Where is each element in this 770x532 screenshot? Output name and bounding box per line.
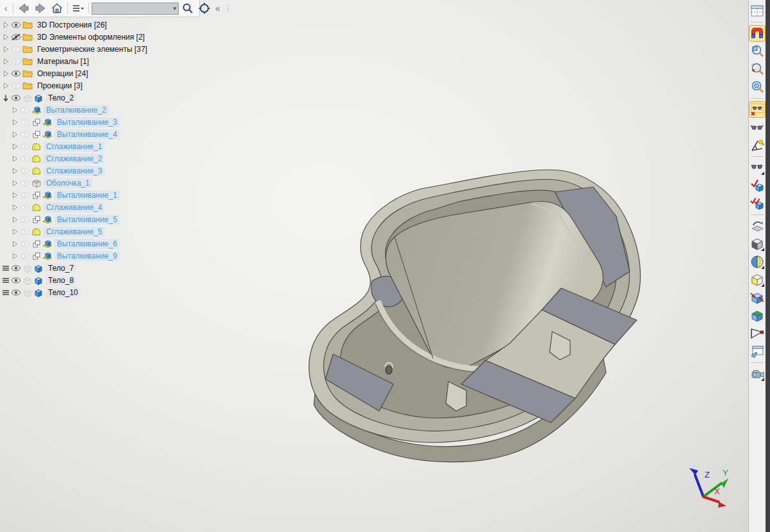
check-model-button[interactable] bbox=[749, 177, 766, 194]
visibility-options-button[interactable] bbox=[749, 159, 766, 176]
visibility-eye-icon[interactable] bbox=[19, 154, 31, 164]
camera-view-button[interactable] bbox=[749, 366, 766, 382]
expand-arrow-icon[interactable] bbox=[1, 20, 10, 30]
magnet-snap-button[interactable] bbox=[749, 25, 766, 42]
expand-arrow-icon[interactable] bbox=[10, 129, 19, 140]
glasses-view-button[interactable] bbox=[749, 119, 766, 136]
visibility-eye-icon[interactable] bbox=[19, 239, 31, 249]
3d-model-oil-pan[interactable] bbox=[309, 170, 640, 462]
tree-item-label[interactable]: 3D Построения [26] bbox=[35, 20, 110, 30]
tree-row-операции-24-[interactable]: Операции [24] bbox=[1, 67, 150, 79]
tree-row-тело_2[interactable]: Тело_2 bbox=[1, 92, 150, 104]
visibility-eye-icon[interactable] bbox=[19, 105, 31, 115]
row-menu-icon[interactable] bbox=[1, 263, 10, 273]
visibility-eye-icon[interactable] bbox=[19, 251, 31, 261]
tree-row-выталкивание_3[interactable]: Выталкивание_3 bbox=[1, 116, 150, 128]
zoom-region-button[interactable] bbox=[749, 61, 766, 77]
home-button[interactable] bbox=[49, 1, 65, 15]
viewer-settings-button[interactable] bbox=[749, 343, 766, 360]
tree-row-3d-элементы-оформления-2-[interactable]: 3D Элементы оформления [2] bbox=[1, 31, 150, 43]
drawing-sheet-button[interactable] bbox=[749, 3, 766, 19]
locate-target-button[interactable] bbox=[197, 1, 212, 15]
row-menu-icon[interactable] bbox=[1, 275, 10, 286]
expand-arrow-icon[interactable] bbox=[10, 202, 19, 213]
expand-arrow-icon[interactable] bbox=[1, 44, 10, 54]
tree-row-сглаживание_2[interactable]: Сглаживание_2 bbox=[1, 152, 150, 165]
tree-item-label[interactable]: Выталкивание_6 bbox=[54, 239, 120, 249]
search-button[interactable] bbox=[180, 1, 195, 15]
expand-arrow-icon[interactable] bbox=[10, 214, 19, 225]
forward-button[interactable] bbox=[33, 1, 48, 15]
tree-item-label[interactable]: Сглаживание_5 bbox=[44, 227, 104, 237]
expand-arrow-icon[interactable] bbox=[10, 178, 19, 188]
tree-item-label[interactable]: Материалы [1] bbox=[35, 56, 92, 67]
view-list-button[interactable] bbox=[70, 1, 86, 15]
hide-elements-button[interactable] bbox=[749, 101, 766, 118]
element-combobox[interactable]: ▾ bbox=[92, 3, 179, 15]
expand-arrow-icon[interactable] bbox=[10, 251, 19, 261]
visibility-eye-icon[interactable] bbox=[10, 56, 22, 67]
tree-row-выталкивание_9[interactable]: Выталкивание_9 bbox=[1, 250, 150, 262]
tree-row-сглаживание_5[interactable]: Сглаживание_5 bbox=[1, 225, 150, 238]
expand-arrow-icon[interactable] bbox=[10, 141, 19, 152]
visibility-eye-icon[interactable] bbox=[19, 214, 31, 225]
tree-item-label[interactable]: Тело_10 bbox=[45, 287, 81, 298]
tree-item-label[interactable]: Операции [24] bbox=[35, 69, 90, 79]
row-menu-icon[interactable] bbox=[1, 287, 10, 298]
visibility-eye-icon[interactable] bbox=[19, 166, 31, 176]
tree-row-выталкивание_4[interactable]: Выталкивание_4 bbox=[1, 128, 150, 140]
measure-angle-key-button[interactable] bbox=[749, 137, 766, 154]
tree-item-label[interactable]: Тело_2 bbox=[45, 93, 76, 103]
visibility-eye-icon[interactable] bbox=[19, 202, 31, 213]
tree-item-label[interactable]: Геометрические элементы [37] bbox=[35, 44, 150, 54]
tree-item-label[interactable]: Выталкивание_4 bbox=[54, 129, 120, 140]
expand-arrow-icon[interactable] bbox=[1, 69, 10, 79]
perspective-view-button[interactable] bbox=[749, 325, 766, 342]
tree-row-сглаживание_3[interactable]: Сглаживание_3 bbox=[1, 165, 150, 177]
tree-row-выталкивание_5[interactable]: Выталкивание_5 bbox=[1, 213, 150, 225]
tree-item-label[interactable]: Проекции [3] bbox=[35, 81, 85, 91]
visibility-eye-icon[interactable] bbox=[10, 20, 22, 30]
expand-arrow-icon[interactable] bbox=[10, 117, 19, 127]
tree-item-label[interactable]: Выталкивание_5 bbox=[54, 214, 120, 225]
tree-row-сглаживание_4[interactable]: Сглаживание_4 bbox=[1, 201, 150, 213]
tree-row-геометрические-элементы-37-[interactable]: Геометрические элементы [37] bbox=[1, 43, 150, 55]
tree-item-label[interactable]: Сглаживание_4 bbox=[44, 202, 104, 213]
render-mode-button[interactable] bbox=[749, 236, 766, 252]
recheck-model-button[interactable] bbox=[749, 195, 766, 212]
tree-item-label[interactable]: Выталкивание_9 bbox=[54, 251, 120, 261]
collapse-panel-icon[interactable]: « bbox=[213, 1, 222, 15]
tree-row-3d-построения-26-[interactable]: 3D Построения [26] bbox=[1, 19, 150, 31]
expand-arrow-icon[interactable] bbox=[1, 81, 10, 91]
tree-row-выталкивание_2[interactable]: Выталкивание_2 bbox=[1, 104, 150, 116]
visibility-eye-icon[interactable] bbox=[19, 178, 31, 188]
tree-item-label[interactable]: Тело_8 bbox=[45, 275, 76, 286]
expand-arrow-icon[interactable] bbox=[1, 32, 10, 42]
tree-row-выталкивание_1[interactable]: Выталкивание_1 bbox=[1, 189, 150, 201]
expand-arrow-icon[interactable] bbox=[10, 227, 19, 237]
visibility-eye-icon[interactable] bbox=[10, 32, 22, 42]
display-faces-button[interactable] bbox=[749, 271, 766, 288]
tree-item-label[interactable]: Сглаживание_1 bbox=[44, 141, 104, 152]
tree-item-label[interactable]: 3D Элементы оформления [2] bbox=[35, 32, 147, 42]
collapse-chevron-icon[interactable]: ‹ bbox=[1, 1, 10, 15]
rotate-view-plane-button[interactable] bbox=[749, 218, 766, 234]
visibility-eye-icon[interactable] bbox=[10, 69, 22, 79]
shading-sphere-button[interactable] bbox=[749, 254, 766, 270]
tree-item-label[interactable]: Сглаживание_3 bbox=[44, 166, 104, 176]
back-button[interactable] bbox=[16, 1, 31, 15]
select-faces-button[interactable] bbox=[749, 307, 766, 324]
visibility-eye-icon[interactable] bbox=[10, 81, 22, 91]
tree-row-тело_7[interactable]: Тело_7 bbox=[1, 262, 150, 274]
expand-arrow-icon[interactable] bbox=[10, 166, 19, 176]
tree-item-label[interactable]: Оболочка_1 bbox=[44, 178, 92, 188]
tree-row-выталкивание_6[interactable]: Выталкивание_6 bbox=[1, 238, 150, 250]
tree-item-label[interactable]: Выталкивание_2 bbox=[44, 105, 109, 115]
expand-arrow-icon[interactable] bbox=[10, 154, 19, 164]
tree-row-проекции-3-[interactable]: Проекции [3] bbox=[1, 79, 150, 92]
zoom-extents-button[interactable] bbox=[749, 79, 766, 95]
expand-arrow-icon[interactable] bbox=[1, 56, 10, 67]
grip-dots-icon[interactable]: ⋮ bbox=[224, 1, 233, 15]
expand-arrow-icon[interactable] bbox=[10, 105, 19, 115]
tree-item-label[interactable]: Сглаживание_2 bbox=[44, 154, 104, 164]
